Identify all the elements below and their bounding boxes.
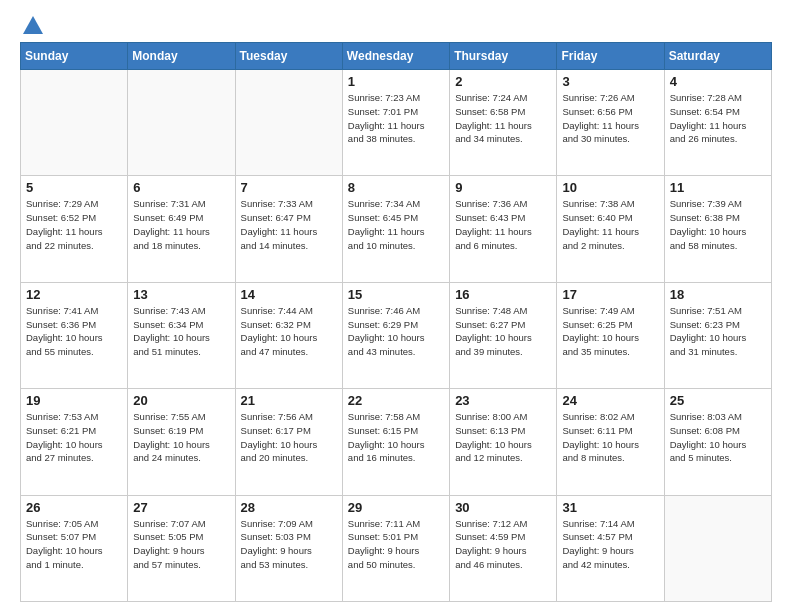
day-cell: 4Sunrise: 7:28 AM Sunset: 6:54 PM Daylig… — [664, 70, 771, 176]
day-number: 26 — [26, 500, 122, 515]
week-row-4: 19Sunrise: 7:53 AM Sunset: 6:21 PM Dayli… — [21, 389, 772, 495]
weekday-header-thursday: Thursday — [450, 43, 557, 70]
day-info: Sunrise: 7:36 AM Sunset: 6:43 PM Dayligh… — [455, 197, 551, 252]
week-row-2: 5Sunrise: 7:29 AM Sunset: 6:52 PM Daylig… — [21, 176, 772, 282]
day-cell: 18Sunrise: 7:51 AM Sunset: 6:23 PM Dayli… — [664, 282, 771, 388]
day-cell: 15Sunrise: 7:46 AM Sunset: 6:29 PM Dayli… — [342, 282, 449, 388]
day-cell: 3Sunrise: 7:26 AM Sunset: 6:56 PM Daylig… — [557, 70, 664, 176]
day-cell: 29Sunrise: 7:11 AM Sunset: 5:01 PM Dayli… — [342, 495, 449, 601]
weekday-header-monday: Monday — [128, 43, 235, 70]
day-cell: 12Sunrise: 7:41 AM Sunset: 6:36 PM Dayli… — [21, 282, 128, 388]
weekday-header-saturday: Saturday — [664, 43, 771, 70]
day-cell: 16Sunrise: 7:48 AM Sunset: 6:27 PM Dayli… — [450, 282, 557, 388]
day-info: Sunrise: 7:29 AM Sunset: 6:52 PM Dayligh… — [26, 197, 122, 252]
calendar-table: SundayMondayTuesdayWednesdayThursdayFrid… — [20, 42, 772, 602]
day-cell: 11Sunrise: 7:39 AM Sunset: 6:38 PM Dayli… — [664, 176, 771, 282]
day-cell: 9Sunrise: 7:36 AM Sunset: 6:43 PM Daylig… — [450, 176, 557, 282]
svg-marker-0 — [23, 16, 43, 34]
day-number: 30 — [455, 500, 551, 515]
day-number: 19 — [26, 393, 122, 408]
day-number: 6 — [133, 180, 229, 195]
day-number: 4 — [670, 74, 766, 89]
weekday-header-row: SundayMondayTuesdayWednesdayThursdayFrid… — [21, 43, 772, 70]
day-number: 31 — [562, 500, 658, 515]
day-cell: 19Sunrise: 7:53 AM Sunset: 6:21 PM Dayli… — [21, 389, 128, 495]
day-info: Sunrise: 8:03 AM Sunset: 6:08 PM Dayligh… — [670, 410, 766, 465]
day-cell: 23Sunrise: 8:00 AM Sunset: 6:13 PM Dayli… — [450, 389, 557, 495]
day-cell: 1Sunrise: 7:23 AM Sunset: 7:01 PM Daylig… — [342, 70, 449, 176]
day-number: 12 — [26, 287, 122, 302]
day-cell: 5Sunrise: 7:29 AM Sunset: 6:52 PM Daylig… — [21, 176, 128, 282]
day-cell — [235, 70, 342, 176]
day-cell: 20Sunrise: 7:55 AM Sunset: 6:19 PM Dayli… — [128, 389, 235, 495]
day-cell — [128, 70, 235, 176]
day-cell: 27Sunrise: 7:07 AM Sunset: 5:05 PM Dayli… — [128, 495, 235, 601]
day-info: Sunrise: 7:46 AM Sunset: 6:29 PM Dayligh… — [348, 304, 444, 359]
day-number: 20 — [133, 393, 229, 408]
week-row-1: 1Sunrise: 7:23 AM Sunset: 7:01 PM Daylig… — [21, 70, 772, 176]
day-cell: 14Sunrise: 7:44 AM Sunset: 6:32 PM Dayli… — [235, 282, 342, 388]
day-number: 9 — [455, 180, 551, 195]
day-cell: 10Sunrise: 7:38 AM Sunset: 6:40 PM Dayli… — [557, 176, 664, 282]
day-info: Sunrise: 7:55 AM Sunset: 6:19 PM Dayligh… — [133, 410, 229, 465]
day-info: Sunrise: 7:24 AM Sunset: 6:58 PM Dayligh… — [455, 91, 551, 146]
day-number: 5 — [26, 180, 122, 195]
day-number: 17 — [562, 287, 658, 302]
day-info: Sunrise: 7:26 AM Sunset: 6:56 PM Dayligh… — [562, 91, 658, 146]
day-info: Sunrise: 7:51 AM Sunset: 6:23 PM Dayligh… — [670, 304, 766, 359]
day-number: 2 — [455, 74, 551, 89]
weekday-header-sunday: Sunday — [21, 43, 128, 70]
day-info: Sunrise: 7:43 AM Sunset: 6:34 PM Dayligh… — [133, 304, 229, 359]
day-info: Sunrise: 7:14 AM Sunset: 4:57 PM Dayligh… — [562, 517, 658, 572]
day-info: Sunrise: 7:28 AM Sunset: 6:54 PM Dayligh… — [670, 91, 766, 146]
day-cell: 7Sunrise: 7:33 AM Sunset: 6:47 PM Daylig… — [235, 176, 342, 282]
day-cell: 31Sunrise: 7:14 AM Sunset: 4:57 PM Dayli… — [557, 495, 664, 601]
day-number: 7 — [241, 180, 337, 195]
day-number: 18 — [670, 287, 766, 302]
weekday-header-tuesday: Tuesday — [235, 43, 342, 70]
day-info: Sunrise: 7:12 AM Sunset: 4:59 PM Dayligh… — [455, 517, 551, 572]
day-number: 27 — [133, 500, 229, 515]
day-info: Sunrise: 7:49 AM Sunset: 6:25 PM Dayligh… — [562, 304, 658, 359]
week-row-3: 12Sunrise: 7:41 AM Sunset: 6:36 PM Dayli… — [21, 282, 772, 388]
day-info: Sunrise: 7:41 AM Sunset: 6:36 PM Dayligh… — [26, 304, 122, 359]
day-number: 14 — [241, 287, 337, 302]
day-number: 1 — [348, 74, 444, 89]
day-number: 28 — [241, 500, 337, 515]
day-cell: 24Sunrise: 8:02 AM Sunset: 6:11 PM Dayli… — [557, 389, 664, 495]
day-number: 23 — [455, 393, 551, 408]
day-cell — [21, 70, 128, 176]
day-cell: 13Sunrise: 7:43 AM Sunset: 6:34 PM Dayli… — [128, 282, 235, 388]
day-cell: 28Sunrise: 7:09 AM Sunset: 5:03 PM Dayli… — [235, 495, 342, 601]
day-number: 11 — [670, 180, 766, 195]
day-number: 10 — [562, 180, 658, 195]
day-info: Sunrise: 7:07 AM Sunset: 5:05 PM Dayligh… — [133, 517, 229, 572]
day-cell: 30Sunrise: 7:12 AM Sunset: 4:59 PM Dayli… — [450, 495, 557, 601]
day-number: 24 — [562, 393, 658, 408]
day-info: Sunrise: 7:34 AM Sunset: 6:45 PM Dayligh… — [348, 197, 444, 252]
day-info: Sunrise: 7:33 AM Sunset: 6:47 PM Dayligh… — [241, 197, 337, 252]
day-info: Sunrise: 8:00 AM Sunset: 6:13 PM Dayligh… — [455, 410, 551, 465]
day-info: Sunrise: 7:09 AM Sunset: 5:03 PM Dayligh… — [241, 517, 337, 572]
day-cell: 8Sunrise: 7:34 AM Sunset: 6:45 PM Daylig… — [342, 176, 449, 282]
day-number: 13 — [133, 287, 229, 302]
day-info: Sunrise: 7:48 AM Sunset: 6:27 PM Dayligh… — [455, 304, 551, 359]
day-info: Sunrise: 7:56 AM Sunset: 6:17 PM Dayligh… — [241, 410, 337, 465]
day-info: Sunrise: 7:44 AM Sunset: 6:32 PM Dayligh… — [241, 304, 337, 359]
logo — [20, 16, 44, 34]
day-number: 22 — [348, 393, 444, 408]
week-row-5: 26Sunrise: 7:05 AM Sunset: 5:07 PM Dayli… — [21, 495, 772, 601]
day-cell: 25Sunrise: 8:03 AM Sunset: 6:08 PM Dayli… — [664, 389, 771, 495]
day-info: Sunrise: 8:02 AM Sunset: 6:11 PM Dayligh… — [562, 410, 658, 465]
day-info: Sunrise: 7:53 AM Sunset: 6:21 PM Dayligh… — [26, 410, 122, 465]
day-info: Sunrise: 7:23 AM Sunset: 7:01 PM Dayligh… — [348, 91, 444, 146]
day-info: Sunrise: 7:58 AM Sunset: 6:15 PM Dayligh… — [348, 410, 444, 465]
day-number: 16 — [455, 287, 551, 302]
day-info: Sunrise: 7:31 AM Sunset: 6:49 PM Dayligh… — [133, 197, 229, 252]
day-info: Sunrise: 7:38 AM Sunset: 6:40 PM Dayligh… — [562, 197, 658, 252]
weekday-header-wednesday: Wednesday — [342, 43, 449, 70]
day-number: 29 — [348, 500, 444, 515]
day-cell: 22Sunrise: 7:58 AM Sunset: 6:15 PM Dayli… — [342, 389, 449, 495]
day-info: Sunrise: 7:11 AM Sunset: 5:01 PM Dayligh… — [348, 517, 444, 572]
day-cell — [664, 495, 771, 601]
